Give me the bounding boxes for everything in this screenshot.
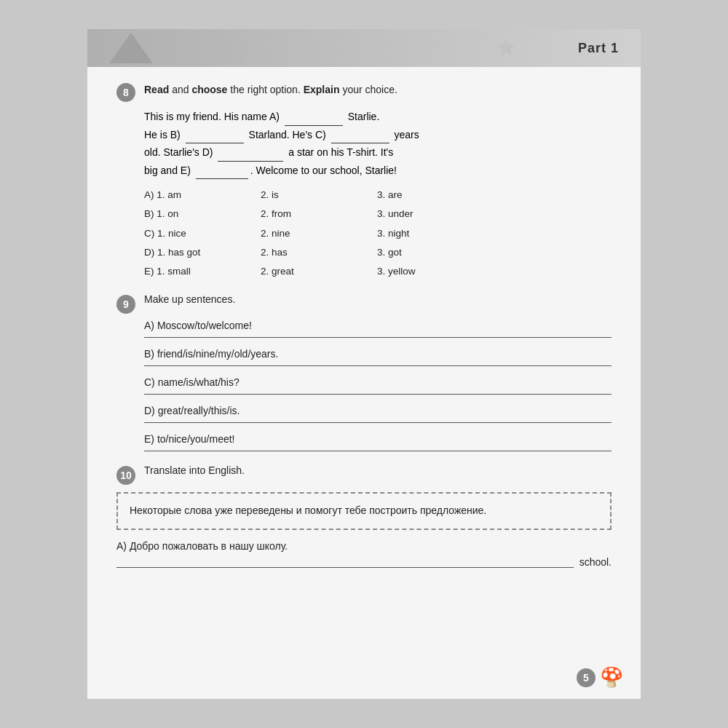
- exercise-10: 10 Translate into English. Некоторые сло…: [116, 464, 612, 568]
- blank-e: [196, 178, 248, 179]
- ex8-read: Read: [144, 84, 169, 95]
- blank-d: [218, 161, 283, 162]
- exercise-10-number: 10: [116, 466, 135, 485]
- exercise-8: 8 Read and choose the right option. Expl…: [116, 82, 612, 280]
- sent-item-a: A) Moscow/to/welcome!: [144, 320, 612, 338]
- sent-c-line: [144, 394, 612, 395]
- exercise-9: 9 Make up sentences. A) Moscow/to/welcom…: [116, 293, 612, 451]
- sent-a-line: [144, 337, 612, 338]
- page-content: 8 Read and choose the right option. Expl…: [87, 67, 641, 596]
- opt-e-2: 2. great: [261, 263, 377, 280]
- ex8-and: and: [172, 84, 189, 95]
- translate-items: A) Добро пожаловать в нашу школу. school…: [116, 540, 612, 568]
- opt-d-2: 2. has: [261, 244, 377, 261]
- exercise-8-options: A) 1. am 2. is 3. are B) 1. on 2. from 3…: [144, 186, 612, 280]
- opt-e-label: E) 1. small: [144, 263, 261, 280]
- exercise-10-header: 10 Translate into English.: [116, 464, 612, 485]
- translate-a-text: A) Добро пожаловать в нашу школу.: [116, 540, 612, 552]
- ex8-explain: Explain: [304, 84, 340, 95]
- sent-b-text: B) friend/is/nine/my/old/years.: [144, 348, 612, 360]
- ex8-mid3: the right option.: [230, 84, 303, 95]
- ex8-end: your choice.: [342, 84, 397, 95]
- sent-c-text: C) name/is/what/his?: [144, 376, 612, 388]
- sent-e-text: E) to/nice/you/meet!: [144, 433, 612, 445]
- exercise-9-instruction: Make up sentences.: [144, 293, 235, 305]
- opt-d-3: 3. got: [377, 244, 494, 261]
- ex10-rest: into English.: [189, 464, 245, 476]
- page-number-area: 5 🍄: [577, 666, 623, 689]
- ex10-translate: Translate: [144, 464, 186, 476]
- mushroom-icon: 🍄: [600, 666, 623, 689]
- translate-a-answer: school.: [116, 556, 612, 568]
- opt-c-label: C) 1. nice: [144, 225, 261, 242]
- exercise-8-instruction: Read and choose the right option. Explai…: [144, 82, 612, 99]
- opt-b-2: 2. from: [261, 205, 377, 223]
- part-title: Part 1: [578, 41, 619, 56]
- translate-a-suffix: school.: [579, 556, 612, 568]
- opt-a-label: A) 1. am: [144, 186, 261, 204]
- ex9-make: Make up sentences.: [144, 293, 235, 305]
- sent-item-e: E) to/nice/you/meet!: [144, 433, 612, 451]
- page: ★ Part 1 8 Read and choose the right opt…: [87, 29, 641, 699]
- opt-b-label: B) 1. on: [144, 205, 261, 223]
- sent-item-c: C) name/is/what/his?: [144, 376, 612, 395]
- opt-d-label: D) 1. has got: [144, 244, 261, 261]
- exercise-8-number: 8: [116, 83, 135, 102]
- exercise-9-header: 9 Make up sentences.: [116, 293, 612, 314]
- exercise-10-instruction: Translate into English.: [144, 464, 245, 476]
- translate-a-line: [116, 567, 574, 568]
- star-decoration: ★: [495, 33, 517, 62]
- exercise-9-number: 9: [116, 295, 135, 314]
- sent-d-text: D) great/really/this/is.: [144, 405, 612, 416]
- hint-text: Некоторые слова уже переведены и помогут…: [130, 505, 486, 516]
- sent-item-d: D) great/really/this/is.: [144, 405, 612, 423]
- blank-a: [285, 125, 343, 126]
- sent-b-line: [144, 365, 612, 366]
- exercise-9-items: A) Moscow/to/welcome! B) friend/is/nine/…: [144, 320, 612, 451]
- blank-c: [331, 143, 389, 143]
- opt-a-2: 2. is: [261, 186, 377, 204]
- opt-b-3: 3. under: [377, 205, 494, 223]
- sent-e-line: [144, 451, 612, 451]
- opt-e-3: 3. yellow: [377, 263, 494, 280]
- page-number: 5: [577, 668, 596, 687]
- opt-c-2: 2. nine: [261, 225, 377, 242]
- sent-item-b: B) friend/is/nine/my/old/years.: [144, 348, 612, 366]
- sent-a-text: A) Moscow/to/welcome!: [144, 320, 612, 331]
- opt-a-3: 3. are: [377, 186, 494, 204]
- ex8-choose: choose: [191, 84, 227, 95]
- opt-c-3: 3. night: [377, 225, 494, 242]
- translate-hint-box: Некоторые слова уже переведены и помогут…: [116, 492, 612, 530]
- sent-d-line: [144, 422, 612, 423]
- exercise-8-paragraph: This is my friend. His name A) Starlie. …: [144, 108, 612, 179]
- header-bar: ★ Part 1: [87, 29, 641, 67]
- exercise-8-header: 8 Read and choose the right option. Expl…: [116, 82, 612, 102]
- blank-b: [186, 143, 244, 143]
